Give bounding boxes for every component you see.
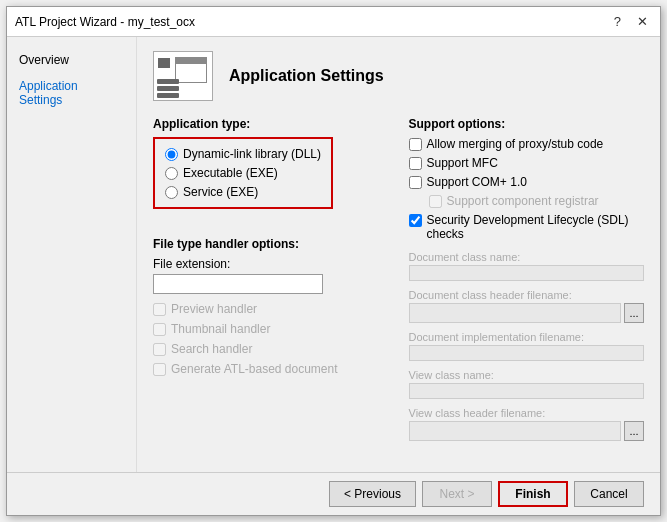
atl-document-input[interactable] <box>153 363 166 376</box>
support-mfc-input[interactable] <box>409 157 422 170</box>
sidebar-item-overview[interactable]: Overview <box>7 47 136 73</box>
radio-dll-input[interactable] <box>165 148 178 161</box>
left-column: Application type: Dynamic-link library (… <box>153 117 389 441</box>
support-section: Support options: Allow merging of proxy/… <box>409 117 645 241</box>
doc-header-browse-button[interactable]: ... <box>624 303 644 323</box>
doc-header-filename-label: Document class header filename: <box>409 289 645 301</box>
doc-impl-filename-field: Document implementation filename: <box>409 331 645 361</box>
view-header-filename-label: View class header filename: <box>409 407 645 419</box>
thumbnail-handler-checkbox[interactable]: Thumbnail handler <box>153 322 389 336</box>
support-proxy-checkbox[interactable]: Allow merging of proxy/stub code <box>409 137 645 151</box>
view-header-filename-field: View class header filename: ... <box>409 407 645 441</box>
support-mfc-checkbox[interactable]: Support MFC <box>409 156 645 170</box>
app-type-label: Application type: <box>153 117 389 131</box>
radio-service-input[interactable] <box>165 186 178 199</box>
window-mini-icon <box>175 57 207 83</box>
doc-class-name-label: Document class name: <box>409 251 645 263</box>
main-window: ATL Project Wizard - my_test_ocx ? ✕ Ove… <box>6 6 661 516</box>
support-sdl-input[interactable] <box>409 214 422 227</box>
file-handler-section: File type handler options: File extensio… <box>153 237 389 376</box>
search-handler-input[interactable] <box>153 343 166 356</box>
support-registrar-checkbox[interactable]: Support component registrar <box>409 194 645 208</box>
radio-service[interactable]: Service (EXE) <box>165 185 321 199</box>
page-header: Application Settings <box>153 51 644 101</box>
support-sdl-checkbox[interactable]: Security Development Lifecycle (SDL) che… <box>409 213 645 241</box>
view-class-name-label: View class name: <box>409 369 645 381</box>
header-icon <box>153 51 213 101</box>
view-class-name-input[interactable] <box>409 383 645 399</box>
title-bar: ATL Project Wizard - my_test_ocx ? ✕ <box>7 7 660 37</box>
support-proxy-input[interactable] <box>409 138 422 151</box>
support-com-input[interactable] <box>409 176 422 189</box>
support-com-checkbox[interactable]: Support COM+ 1.0 <box>409 175 645 189</box>
doc-header-filename-field: Document class header filename: ... <box>409 289 645 323</box>
doc-class-name-input[interactable] <box>409 265 645 281</box>
file-handler-title: File type handler options: <box>153 237 389 251</box>
view-header-filename-input[interactable] <box>409 421 622 441</box>
app-type-radio-group: Dynamic-link library (DLL) Executable (E… <box>165 147 321 199</box>
preview-handler-input[interactable] <box>153 303 166 316</box>
atl-document-checkbox[interactable]: Generate ATL-based document <box>153 362 389 376</box>
sidebar-item-app-settings[interactable]: Application Settings <box>7 73 136 113</box>
handler-checkboxes: Preview handler Thumbnail handler Search… <box>153 302 389 376</box>
doc-header-filename-input[interactable] <box>409 303 622 323</box>
radio-exe[interactable]: Executable (EXE) <box>165 166 321 180</box>
window-title: ATL Project Wizard - my_test_ocx <box>15 15 195 29</box>
sidebar: Overview Application Settings <box>7 37 137 472</box>
db-stack-icon <box>157 79 179 98</box>
app-type-box: Dynamic-link library (DLL) Executable (E… <box>153 137 333 209</box>
thumbnail-handler-input[interactable] <box>153 323 166 336</box>
search-handler-checkbox[interactable]: Search handler <box>153 342 389 356</box>
page-title: Application Settings <box>229 67 384 85</box>
previous-button[interactable]: < Previous <box>329 481 416 507</box>
two-column-layout: Application type: Dynamic-link library (… <box>153 117 644 441</box>
footer: < Previous Next > Finish Cancel <box>7 472 660 515</box>
support-checkboxes: Allow merging of proxy/stub code Support… <box>409 137 645 241</box>
right-fields: Document class name: Document class head… <box>409 251 645 441</box>
next-button[interactable]: Next > <box>422 481 492 507</box>
extension-label: File extension: <box>153 257 389 271</box>
file-extension-input[interactable] <box>153 274 323 294</box>
preview-handler-checkbox[interactable]: Preview handler <box>153 302 389 316</box>
radio-exe-input[interactable] <box>165 167 178 180</box>
view-class-name-field: View class name: <box>409 369 645 399</box>
right-column: Support options: Allow merging of proxy/… <box>409 117 645 441</box>
support-registrar-input[interactable] <box>429 195 442 208</box>
doc-impl-filename-label: Document implementation filename: <box>409 331 645 343</box>
radio-dll[interactable]: Dynamic-link library (DLL) <box>165 147 321 161</box>
view-header-browse-button[interactable]: ... <box>624 421 644 441</box>
close-button[interactable]: ✕ <box>633 14 652 29</box>
doc-class-name-field: Document class name: <box>409 251 645 281</box>
finish-button[interactable]: Finish <box>498 481 568 507</box>
doc-impl-filename-input[interactable] <box>409 345 645 361</box>
main-content: Application Settings Application type: D… <box>137 37 660 472</box>
support-label: Support options: <box>409 117 645 131</box>
content-area: Overview Application Settings <box>7 37 660 472</box>
help-button[interactable]: ? <box>610 14 625 29</box>
cancel-button[interactable]: Cancel <box>574 481 644 507</box>
